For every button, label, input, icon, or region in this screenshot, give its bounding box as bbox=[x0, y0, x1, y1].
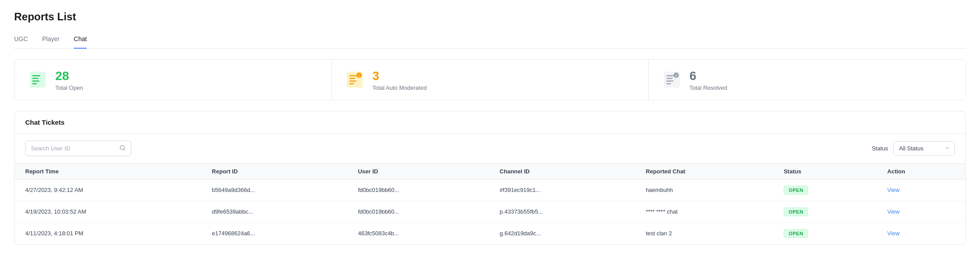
action-view-link[interactable]: View bbox=[887, 208, 900, 215]
status-select[interactable]: All Status Open Resolved Auto Moderated bbox=[893, 141, 955, 156]
table-row: 4/11/2023, 4:18:01 PM e174968624a6... 46… bbox=[15, 222, 965, 244]
cell-reported-chat: test clan 2 bbox=[635, 222, 773, 244]
col-header-action: Action bbox=[877, 163, 965, 179]
status-filter: Status All Status Open Resolved Auto Mod… bbox=[872, 141, 955, 156]
table-row: 4/19/2023, 10:03:52 AM d9fe6539abbc... f… bbox=[15, 201, 965, 222]
list-orange-icon: ! bbox=[344, 69, 365, 90]
stat-number-auto-moderated: 3 bbox=[372, 69, 427, 84]
cell-action: View bbox=[877, 179, 965, 201]
col-header-status: Status bbox=[773, 163, 877, 179]
cell-status: OPEN bbox=[773, 201, 877, 222]
stat-info-total-open: 28 Total Open bbox=[55, 69, 83, 91]
action-view-link[interactable]: View bbox=[887, 187, 900, 193]
table-row: 4/27/2023, 9:42:12 AM b5649a9d366d... fd… bbox=[15, 179, 965, 201]
search-box[interactable] bbox=[25, 141, 131, 156]
action-view-link[interactable]: View bbox=[887, 230, 900, 237]
stat-card-total-resolved: ✓ 6 Total Resolved bbox=[649, 60, 965, 100]
cell-report-id: d9fe6539abbc... bbox=[201, 201, 347, 222]
svg-rect-7 bbox=[349, 78, 356, 79]
svg-rect-15 bbox=[666, 80, 674, 82]
cell-status: OPEN bbox=[773, 179, 877, 201]
search-input[interactable] bbox=[31, 145, 116, 152]
stat-label-total-resolved: Total Resolved bbox=[689, 84, 727, 91]
list-gray-icon: ✓ bbox=[661, 69, 682, 90]
svg-rect-4 bbox=[32, 83, 37, 84]
stat-info-auto-moderated: 3 Total Auto Moderated bbox=[372, 69, 427, 91]
cell-user-id: fd0bc019bb60... bbox=[347, 201, 489, 222]
stat-card-total-open: 28 Total Open bbox=[15, 60, 332, 100]
cell-report-time: 4/19/2023, 10:03:52 AM bbox=[15, 201, 201, 222]
status-badge: OPEN bbox=[784, 229, 808, 238]
cell-channel-id: #f391ec919c1... bbox=[489, 179, 635, 201]
svg-rect-16 bbox=[666, 83, 671, 84]
svg-text:✓: ✓ bbox=[675, 74, 678, 78]
tab-ugc[interactable]: UGC bbox=[14, 32, 28, 49]
search-icon bbox=[119, 145, 126, 152]
svg-rect-0 bbox=[30, 72, 46, 88]
stat-label-total-open: Total Open bbox=[55, 84, 83, 91]
svg-rect-8 bbox=[349, 80, 356, 82]
cell-report-time: 4/27/2023, 9:42:12 AM bbox=[15, 179, 201, 201]
cell-status: OPEN bbox=[773, 222, 877, 244]
svg-rect-14 bbox=[666, 78, 673, 79]
cell-reported-chat: haembuhh bbox=[635, 179, 773, 201]
col-header-report-time: Report Time bbox=[15, 163, 201, 179]
svg-rect-3 bbox=[32, 80, 39, 82]
col-header-channel-id: Channel ID bbox=[489, 163, 635, 179]
cell-action: View bbox=[877, 201, 965, 222]
cell-user-id: fd0bc019bb60... bbox=[347, 179, 489, 201]
col-header-reported-chat: Reported Chat bbox=[635, 163, 773, 179]
col-header-user-id: User ID bbox=[347, 163, 489, 179]
list-green-icon bbox=[27, 69, 48, 90]
svg-text:!: ! bbox=[359, 74, 360, 78]
stat-card-auto-moderated: ! 3 Total Auto Moderated bbox=[332, 60, 649, 100]
cell-report-id: e174968624a6... bbox=[201, 222, 347, 244]
tickets-table: Report Time Report ID User ID Channel ID… bbox=[15, 163, 965, 244]
tickets-toolbar: Status All Status Open Resolved Auto Mod… bbox=[15, 134, 965, 163]
col-header-report-id: Report ID bbox=[201, 163, 347, 179]
status-badge: OPEN bbox=[784, 207, 808, 216]
cell-user-id: 463fc5083c4b... bbox=[347, 222, 489, 244]
cell-channel-id: p.43373b55fb5... bbox=[489, 201, 635, 222]
status-badge: OPEN bbox=[784, 186, 808, 195]
stat-number-total-resolved: 6 bbox=[689, 69, 727, 84]
cell-action: View bbox=[877, 222, 965, 244]
tab-player[interactable]: Player bbox=[42, 32, 60, 49]
table-header-row: Report Time Report ID User ID Channel ID… bbox=[15, 163, 965, 179]
stat-info-total-resolved: 6 Total Resolved bbox=[689, 69, 727, 91]
tickets-section-title: Chat Tickets bbox=[15, 111, 965, 134]
tab-chat[interactable]: Chat bbox=[74, 32, 87, 49]
cell-report-time: 4/11/2023, 4:18:01 PM bbox=[15, 222, 201, 244]
stats-row: 28 Total Open ! 3 Total Auto Moderated bbox=[14, 59, 966, 100]
stat-number-total-open: 28 bbox=[55, 69, 83, 84]
svg-rect-1 bbox=[32, 75, 40, 77]
svg-rect-2 bbox=[32, 78, 38, 79]
tabs-nav: UGC Player Chat bbox=[14, 32, 966, 49]
cell-channel-id: g.642d19da9c... bbox=[489, 222, 635, 244]
svg-rect-6 bbox=[349, 75, 357, 77]
svg-rect-9 bbox=[349, 83, 354, 84]
tickets-table-container: Report Time Report ID User ID Channel ID… bbox=[15, 163, 965, 244]
page-title: Reports List bbox=[14, 11, 966, 23]
svg-rect-13 bbox=[666, 75, 674, 77]
cell-reported-chat: **** **** chat bbox=[635, 201, 773, 222]
tickets-section: Chat Tickets Status All Status Open Reso… bbox=[14, 111, 966, 245]
svg-line-20 bbox=[124, 149, 125, 150]
status-filter-label: Status bbox=[872, 145, 888, 152]
stat-label-auto-moderated: Total Auto Moderated bbox=[372, 84, 427, 91]
cell-report-id: b5649a9d366d... bbox=[201, 179, 347, 201]
